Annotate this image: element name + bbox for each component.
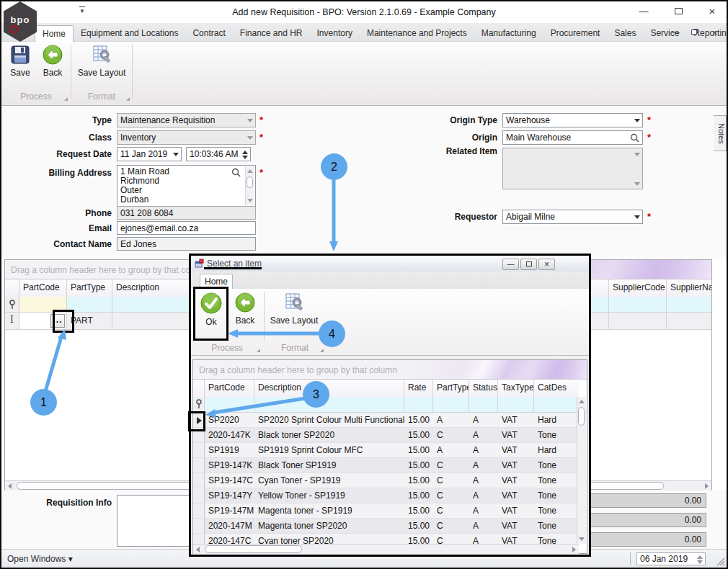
tab-finance-and-hr[interactable]: Finance and HR (233, 25, 310, 42)
tab-home[interactable]: Home (35, 25, 74, 42)
tab-contract[interactable]: Contract (185, 25, 232, 42)
request-time-field[interactable]: 10:03:46 AM (186, 147, 251, 161)
maximize-button[interactable] (667, 4, 689, 19)
format-group-label[interactable]: Format (72, 91, 131, 103)
column-header-suppliercode[interactable]: SupplierCode (609, 279, 667, 297)
email-field[interactable]: ejones@email.co.za (117, 221, 256, 235)
mdi-restore-icon[interactable] (691, 27, 697, 36)
process-group-label[interactable]: Process (3, 91, 69, 103)
column-header-description[interactable]: Description (254, 380, 404, 397)
request-date-field[interactable]: 11 Jan 2019 (117, 147, 182, 161)
cell-st: A (469, 458, 498, 472)
scroll-right-icon[interactable] (572, 547, 576, 552)
status-date-field[interactable]: 06 Jan 2019 (636, 552, 706, 565)
scroll-right-icon[interactable] (705, 483, 709, 489)
dialog-grid-row[interactable]: 2020-147KBlack toner SP202015.00CAVATTon… (193, 428, 579, 443)
requisition-info-field[interactable] (117, 495, 191, 547)
tab-manufacturing[interactable]: Manufacturing (474, 25, 543, 42)
row-selector[interactable] (193, 473, 205, 488)
dialog-grid-row[interactable]: SP19-147MMagenta toner - SP191915.00CAVA… (193, 503, 579, 519)
notes-side-tab[interactable]: Notes (714, 115, 727, 151)
contact-name-field[interactable]: Ed Jones (117, 237, 256, 251)
back-button[interactable]: Back (37, 44, 68, 89)
dialog-grid-row[interactable]: SP19-147YYellow Toner - SP191915.00CAVAT… (193, 488, 579, 503)
dialog-maximize-button[interactable] (520, 259, 537, 270)
phone-field[interactable]: 031 208 6084 (117, 206, 256, 220)
row-selector[interactable] (193, 534, 205, 544)
chevron-down-icon[interactable] (634, 119, 640, 122)
origin-type-field[interactable]: Warehouse (502, 113, 643, 127)
group-launcher-icon[interactable] (64, 97, 68, 101)
cell-pc: 2020-147M (205, 519, 254, 533)
mdi-close-icon[interactable]: × (712, 27, 718, 38)
related-item-field[interactable] (502, 148, 643, 189)
filter-cell-suppliercode[interactable] (609, 297, 667, 312)
column-header-suppliername[interactable]: SupplierName (667, 279, 711, 297)
row-selector[interactable] (193, 488, 205, 503)
search-icon[interactable] (630, 133, 639, 143)
column-header-partcode[interactable]: PartCode (19, 279, 67, 297)
dialog-grid-vscrollbar[interactable] (577, 397, 586, 544)
scrollbar-thumb[interactable] (205, 545, 302, 553)
dialog-close-button[interactable]: × (538, 259, 555, 270)
row-selector[interactable] (193, 503, 205, 518)
chevron-down-icon[interactable] (247, 119, 253, 122)
class-field[interactable]: Inventory (117, 130, 256, 145)
annotation-box-step3 (188, 411, 205, 431)
requestor-field[interactable]: Abigail Milne (502, 210, 643, 224)
time-spinner[interactable] (241, 149, 249, 161)
dialog-back-button[interactable]: Back (229, 292, 261, 336)
row-selector[interactable] (193, 458, 205, 472)
column-header-rate[interactable]: Rate (404, 380, 433, 397)
dialog-grid-hscrollbar[interactable] (193, 544, 579, 554)
dialog-grid-row[interactable]: 2020-147CCyan toner SP202015.00CAVATTone (193, 534, 579, 544)
dialog-grid-row[interactable]: SP1919SP1919 Sprint Colour MFC15.00AAVAT… (193, 443, 579, 458)
tab-inventory[interactable]: Inventory (310, 25, 360, 42)
date-spinner[interactable] (696, 554, 703, 565)
tab-sales[interactable]: Sales (607, 25, 643, 42)
dialog-grid-row[interactable]: 2020-147MMagenta toner SP202015.00CAVATT… (193, 519, 579, 534)
group-launcher-icon[interactable] (126, 97, 130, 101)
dialog-grid-row[interactable]: SP2020SP2020 Sprint Colour Multi Functio… (193, 413, 579, 428)
search-icon[interactable] (231, 168, 241, 177)
chevron-down-icon[interactable] (247, 136, 253, 140)
chevron-down-icon[interactable] (634, 215, 640, 219)
row-selector[interactable] (193, 443, 205, 457)
dialog-grid-row[interactable]: SP19-147KBlack Toner SP191915.00CAVATTon… (193, 458, 579, 473)
column-header-parttype[interactable]: PartType (433, 380, 469, 397)
chevron-down-icon[interactable] (173, 153, 179, 156)
mdi-minimize-icon[interactable]: — (672, 27, 680, 36)
dialog-process-group-label[interactable]: Process (192, 342, 262, 354)
dialog-save-layout-button[interactable]: Save Layout (266, 292, 322, 336)
billing-address-field[interactable]: 1 Main Road Richmond Outer Durban (117, 165, 256, 207)
close-button[interactable]: × (701, 4, 723, 19)
filter-cell-suppliername[interactable] (667, 297, 711, 312)
tab-procurement[interactable]: Procurement (543, 25, 608, 42)
tab-equipment-and-locations[interactable]: Equipment and Locations (74, 25, 185, 42)
scroll-left-icon[interactable] (8, 483, 12, 489)
tab-maintenance-and-projects[interactable]: Maintenance and Projects (360, 25, 474, 42)
origin-field[interactable]: Main Warehouse (502, 130, 643, 145)
open-windows-dropdown[interactable]: Open Windows ▾ (7, 554, 73, 564)
dialog-grid-filter-row[interactable] (193, 397, 587, 413)
resize-grip-icon[interactable] (716, 557, 725, 566)
column-header-taxtype[interactable]: TaxType (498, 380, 534, 397)
dialog-grid-row[interactable]: SP19-147CCyan Toner - SP191915.00CAVATTo… (193, 473, 579, 488)
save-button[interactable]: Save (6, 44, 35, 89)
dialog-format-group-label[interactable]: Format (265, 342, 325, 354)
column-header-parttype[interactable]: PartType (67, 279, 112, 297)
tab-service[interactable]: Service (643, 25, 686, 42)
scroll-left-icon[interactable] (196, 547, 200, 552)
minimize-button[interactable]: — (633, 4, 654, 19)
billing-address-scrollbar[interactable] (245, 166, 254, 205)
group-launcher-icon[interactable] (320, 349, 324, 352)
group-launcher-icon[interactable] (257, 349, 260, 352)
dialog-minimize-button[interactable]: — (502, 259, 519, 270)
row-selector[interactable] (193, 519, 205, 533)
save-layout-button[interactable]: Save Layout (74, 44, 130, 89)
column-header-partcode[interactable]: PartCode (205, 380, 254, 397)
column-header-status[interactable]: Status (469, 380, 498, 397)
column-header-catdes[interactable]: CatDes (534, 380, 579, 397)
dialog-group-by-band[interactable]: Drag a column header here to group by th… (193, 360, 587, 380)
type-field[interactable]: Maintenance Requisition (117, 113, 256, 127)
